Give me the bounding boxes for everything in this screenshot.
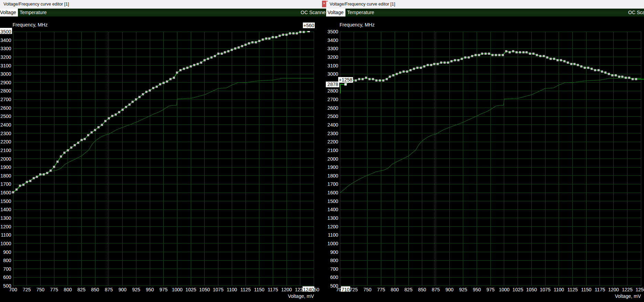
svg-text:1400: 1400 [0,207,11,212]
svg-text:1025: 1025 [186,287,196,292]
svg-text:3400: 3400 [328,37,338,43]
svg-text:Frequency, MHz: Frequency, MHz [13,22,48,28]
svg-text:1900: 1900 [0,164,11,170]
svg-text:600: 600 [330,274,339,280]
svg-text:3200: 3200 [0,54,11,60]
svg-text:800: 800 [391,287,399,292]
svg-text:+1258: +1258 [339,77,353,83]
svg-text:825: 825 [77,287,86,292]
svg-text:1400: 1400 [328,207,338,212]
svg-text:Voltage, mV: Voltage, mV [288,293,314,299]
svg-text:875: 875 [105,287,113,292]
svg-text:3000: 3000 [0,71,11,77]
svg-text:1700: 1700 [0,181,11,187]
svg-text:1100: 1100 [328,232,338,238]
svg-text:900: 900 [445,287,454,292]
svg-text:775: 775 [377,287,385,292]
svg-text:3100: 3100 [328,63,338,68]
svg-text:2100: 2100 [0,148,11,153]
svg-text:950: 950 [146,287,154,292]
svg-text:1150: 1150 [581,287,591,292]
svg-text:1175: 1175 [595,287,605,292]
svg-text:3300: 3300 [328,46,338,51]
svg-text:825: 825 [404,287,413,292]
svg-text:750: 750 [363,287,372,292]
svg-text:900: 900 [330,249,339,255]
svg-text:700: 700 [330,266,339,272]
svg-text:775: 775 [50,287,58,292]
svg-text:2100: 2100 [328,148,338,153]
svg-text:750: 750 [37,287,45,292]
svg-text:1075: 1075 [540,287,551,292]
svg-text:2800: 2800 [0,88,11,94]
svg-text:710: 710 [342,287,350,292]
svg-text:1000: 1000 [328,241,338,246]
svg-text:2400: 2400 [0,122,11,128]
svg-text:1200: 1200 [0,224,11,229]
svg-text:2800: 2800 [328,88,338,94]
svg-text:1000: 1000 [172,287,183,292]
svg-text:800: 800 [3,258,11,263]
svg-text:1100: 1100 [554,287,564,292]
svg-text:725: 725 [23,287,31,292]
svg-text:1125: 1125 [240,287,251,292]
svg-text:1175: 1175 [268,287,278,292]
svg-text:2300: 2300 [328,131,338,136]
svg-text:1240: 1240 [303,287,314,292]
svg-text:800: 800 [64,287,72,292]
svg-text:2500: 2500 [0,114,11,119]
svg-text:900: 900 [3,249,11,255]
svg-text:925: 925 [132,287,141,292]
svg-text:1025: 1025 [512,287,523,292]
svg-text:+560: +560 [303,23,314,28]
svg-text:3500: 3500 [0,29,11,34]
svg-text:875: 875 [432,287,440,292]
svg-text:1200: 1200 [281,287,292,292]
svg-text:2200: 2200 [0,139,11,144]
svg-text:1500: 1500 [0,198,11,204]
svg-text:1225: 1225 [622,287,633,292]
svg-text:850: 850 [418,287,426,292]
svg-text:2900: 2900 [0,80,11,85]
svg-text:725: 725 [350,287,358,292]
svg-text:1300: 1300 [328,215,338,221]
svg-text:1075: 1075 [213,287,224,292]
svg-text:900: 900 [118,287,127,292]
svg-text:Voltage, mV: Voltage, mV [615,293,641,299]
svg-text:2700: 2700 [328,97,338,102]
svg-text:1200: 1200 [608,287,619,292]
svg-text:3400: 3400 [0,37,11,43]
svg-text:1800: 1800 [328,173,338,179]
svg-text:2300: 2300 [0,131,11,136]
svg-text:950: 950 [473,287,481,292]
svg-text:925: 925 [459,287,467,292]
svg-text:1500: 1500 [328,198,338,204]
svg-text:1125: 1125 [567,287,578,292]
svg-text:2700: 2700 [0,97,11,102]
svg-text:1250: 1250 [635,287,644,292]
svg-text:700: 700 [3,266,11,272]
svg-text:2000: 2000 [0,156,11,162]
svg-text:1100: 1100 [1,232,11,238]
svg-text:1800: 1800 [0,173,11,179]
svg-text:1050: 1050 [199,287,210,292]
svg-text:700: 700 [9,287,17,292]
svg-text:2400: 2400 [328,122,338,128]
svg-text:1900: 1900 [328,164,338,170]
svg-text:975: 975 [487,287,495,292]
svg-text:3500: 3500 [328,29,338,34]
svg-text:3000: 3000 [328,71,338,77]
svg-text:1700: 1700 [328,181,338,187]
svg-text:975: 975 [159,287,168,292]
svg-text:Frequency, MHz: Frequency, MHz [340,22,375,28]
svg-text:3300: 3300 [0,46,11,51]
svg-text:2878: 2878 [328,82,338,87]
svg-text:1000: 1000 [499,287,509,292]
svg-text:2000: 2000 [328,156,338,162]
svg-text:1050: 1050 [526,287,537,292]
svg-text:1200: 1200 [328,224,338,229]
svg-text:1150: 1150 [254,287,264,292]
svg-text:2500: 2500 [328,114,338,119]
svg-text:1000: 1000 [0,241,11,246]
svg-text:1600: 1600 [0,190,11,195]
